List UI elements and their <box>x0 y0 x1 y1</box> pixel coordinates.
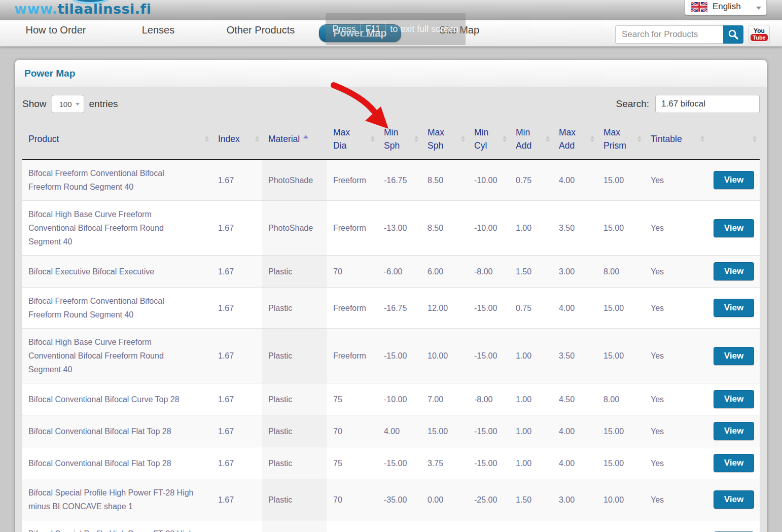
col-header-max-dia[interactable]: Max Dia <box>327 119 378 160</box>
col-header-max-add[interactable]: Max Add <box>553 119 597 160</box>
site-logo[interactable]: www.tilaalinssi.fi <box>14 1 152 17</box>
cell-view: View <box>707 415 760 447</box>
table-row: Bifocal Special Profile High Power FT-28… <box>22 520 760 532</box>
show-label: Show <box>22 98 47 110</box>
table-row: Bifocal Conventional Bifocal Flat Top 28… <box>22 447 760 479</box>
cell-max-add: 3.00 <box>553 479 597 520</box>
col-header-view[interactable] <box>707 119 760 160</box>
cell-min-sph: -35.00 <box>378 520 421 532</box>
view-button[interactable]: View <box>714 490 754 509</box>
cell-min-add: 0.75 <box>510 288 553 329</box>
entries-per-page-select[interactable]: 100 <box>52 95 84 113</box>
table-search-input[interactable] <box>655 95 760 113</box>
nav-item-how-to-order[interactable]: How to Order <box>5 24 107 42</box>
col-header-min-cyl[interactable]: Min Cyl <box>468 119 510 160</box>
cell-max-prism: 8.00 <box>597 256 645 288</box>
youtube-tube-badge: Tube <box>751 34 767 41</box>
page-title: Power Map <box>24 68 75 79</box>
cell-product: Bifocal Freeform Conventional Bifocal Fr… <box>22 160 212 201</box>
col-header-material[interactable]: Material <box>262 119 327 160</box>
table-row: Bifocal High Base Curve Freeform Convent… <box>22 329 760 383</box>
cell-max-sph: 0.00 <box>421 520 468 532</box>
cell-view: View <box>707 520 760 532</box>
sort-icons <box>205 136 209 142</box>
cell-min-sph: -15.00 <box>378 447 421 479</box>
cell-min-add: 1.00 <box>510 201 553 256</box>
cell-max-dia: 70 <box>327 256 378 288</box>
cell-min-add: 1.00 <box>510 329 553 383</box>
cell-max-sph: 8.50 <box>421 201 468 256</box>
table-row: Bifocal Conventional Bifocal Curve Top 2… <box>22 383 760 415</box>
cell-max-prism: 10.00 <box>597 520 645 532</box>
cell-material: Plastic <box>262 520 327 532</box>
col-header-max-sph[interactable]: Max Sph <box>421 119 468 160</box>
cell-material: Plastic <box>262 383 327 415</box>
view-button[interactable]: View <box>714 347 754 365</box>
cell-max-prism: 10.00 <box>597 479 645 520</box>
sort-icons <box>637 136 642 142</box>
col-header-min-sph[interactable]: Min Sph <box>378 119 421 160</box>
view-button[interactable]: View <box>714 390 754 408</box>
cell-tintable: Yes <box>645 160 707 201</box>
panel-body: Show 100 entries Search: Prod <box>15 87 767 532</box>
cell-material: Plastic <box>262 479 327 520</box>
cell-min-add: 0.75 <box>510 160 553 201</box>
cell-material: PhotoShade <box>262 201 327 256</box>
cell-max-prism: 15.00 <box>597 288 645 329</box>
cell-tintable: Yes <box>645 415 707 447</box>
sort-icons <box>590 136 594 142</box>
view-button[interactable]: View <box>714 422 754 440</box>
select-caret-icon <box>76 103 80 105</box>
cell-max-add: 3.00 <box>553 256 597 288</box>
view-button[interactable]: View <box>714 219 754 237</box>
cell-min-cyl: -15.00 <box>468 288 510 329</box>
cell-max-dia: Freeform <box>327 288 378 329</box>
cell-min-cyl: -8.00 <box>468 256 510 288</box>
cell-index: 1.67 <box>212 447 262 479</box>
cell-product: Bifocal Special Profile High Power FT-28… <box>22 520 212 532</box>
view-button[interactable]: View <box>714 454 754 472</box>
cell-max-dia: 75 <box>327 383 378 415</box>
col-header-tintable[interactable]: Tintable <box>645 119 707 160</box>
col-header-product[interactable]: Product <box>22 119 212 160</box>
view-button[interactable]: View <box>714 262 754 280</box>
cell-tintable: Yes <box>645 329 707 383</box>
cell-product: Bifocal Freeform Conventional Bifocal Fr… <box>22 288 212 329</box>
cell-min-cyl: -10.00 <box>468 201 510 256</box>
table-row: Bifocal Freeform Conventional Bifocal Fr… <box>22 288 760 329</box>
cell-min-add: 1.50 <box>510 256 553 288</box>
cell-max-sph: 3.75 <box>421 447 468 479</box>
cell-min-add: 1.00 <box>510 415 553 447</box>
cell-tintable: Yes <box>645 201 707 256</box>
cell-product: Bifocal High Base Curve Freeform Convent… <box>22 329 212 383</box>
entries-label: entries <box>89 98 118 110</box>
sort-icons <box>414 136 418 142</box>
language-selector[interactable]: English <box>685 0 767 15</box>
view-button[interactable]: View <box>714 171 754 189</box>
col-header-min-add[interactable]: Min Add <box>510 119 553 160</box>
products-search-input[interactable] <box>615 25 723 44</box>
cell-min-add: 1.50 <box>510 479 553 520</box>
cell-view: View <box>707 201 760 256</box>
youtube-link[interactable]: You Tube <box>749 25 770 44</box>
view-button[interactable]: View <box>714 299 754 317</box>
sort-icons <box>700 136 704 142</box>
nav-item-other-products[interactable]: Other Products <box>209 24 312 42</box>
table-header-row: Product Index Material Max Dia Min Sph M… <box>22 119 760 160</box>
nav-item-lenses[interactable]: Lenses <box>107 24 209 42</box>
cell-max-dia: Freeform <box>327 160 378 201</box>
col-header-index[interactable]: Index <box>212 119 262 160</box>
cell-tintable: Yes <box>645 447 707 479</box>
table-body: Bifocal Freeform Conventional Bifocal Fr… <box>22 160 760 532</box>
power-map-panel: Power Map Show 100 entries Search: <box>15 60 767 532</box>
table-controls: Show 100 entries Search: <box>22 94 760 114</box>
col-header-max-prism[interactable]: Max Prism <box>597 119 645 160</box>
search-button[interactable] <box>723 25 743 44</box>
cell-min-sph: -13.00 <box>378 201 421 256</box>
entries-selected-value: 100 <box>59 100 76 109</box>
table-row: Bifocal Freeform Conventional Bifocal Fr… <box>22 160 760 201</box>
cell-index: 1.67 <box>212 479 262 520</box>
cell-min-sph: -10.00 <box>378 383 421 415</box>
cell-max-dia: Freeform <box>327 201 378 256</box>
cell-material: Plastic <box>262 415 327 447</box>
